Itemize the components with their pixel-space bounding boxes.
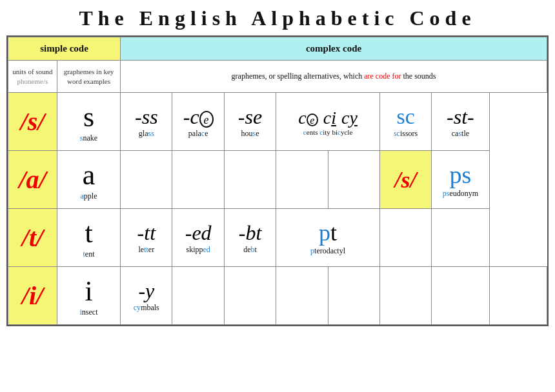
complex-tt: -tt letter xyxy=(121,209,172,267)
i-c4 xyxy=(276,267,328,325)
complex-ed: -ed skipped xyxy=(172,209,224,267)
simple-t: t tent xyxy=(57,209,120,267)
row-i: /i/ i insect -y cymbals xyxy=(8,267,547,325)
t-c6 xyxy=(379,209,431,267)
complex-ss: -ss glass xyxy=(121,93,172,151)
t-c7 xyxy=(432,209,489,267)
i-c3 xyxy=(224,267,276,325)
page-title: The English Alphabetic Code xyxy=(79,6,476,30)
complex-pt: pt pterodactyl xyxy=(276,209,380,267)
complex-bt: -bt debt xyxy=(224,209,276,267)
header-row-1: simple code complex code xyxy=(8,37,547,61)
row-s: /s/ s snake -ss glass xyxy=(8,93,547,151)
phoneme-a: /a/ xyxy=(8,151,57,209)
a-c3 xyxy=(224,151,276,209)
complex-ps: ps pseudonym xyxy=(432,151,489,209)
complex-code-header: complex code xyxy=(121,37,547,61)
a-c1 xyxy=(121,151,172,209)
complex-y: -y cymbals xyxy=(121,267,172,325)
i-c7 xyxy=(432,267,489,325)
a-c2 xyxy=(172,151,224,209)
complex-st: -st- castle xyxy=(432,93,489,151)
simple-i: i insect xyxy=(57,267,120,325)
a-slash-s: /s/ xyxy=(379,151,431,209)
phoneme-i: /i/ xyxy=(8,267,57,325)
i-c2 xyxy=(172,267,224,325)
complex-se: -se house xyxy=(224,93,276,151)
a-c4 xyxy=(276,151,328,209)
row-a: /a/ a apple /s/ xyxy=(8,151,547,209)
phoneme-t: /t/ xyxy=(8,209,57,267)
row-t: /t/ t tent -tt letter xyxy=(8,209,547,267)
i-c5 xyxy=(328,267,379,325)
graphemes-label-cell: graphemes in key word examples xyxy=(57,61,120,93)
phoneme-s: /s/ xyxy=(8,93,57,151)
a-c5 xyxy=(328,151,379,209)
description-cell: graphemes, or spelling alternatives, whi… xyxy=(121,61,547,93)
complex-ce-ci-cy: ce ci cy cents city bicycle xyxy=(276,93,380,151)
complex-sc: sc scissors xyxy=(379,93,431,151)
main-table-wrapper: simple code complex code units of sound … xyxy=(6,35,549,326)
simple-a: a apple xyxy=(57,151,120,209)
simple-s: s snake xyxy=(57,93,120,151)
complex-ce: -ce palace xyxy=(172,93,224,151)
units-of-sound-cell: units of sound phoneme/s xyxy=(8,61,57,93)
i-c8 xyxy=(489,267,547,325)
simple-code-header: simple code xyxy=(8,37,121,61)
subheader-row: units of sound phoneme/s graphemes in ke… xyxy=(8,61,547,93)
i-c6 xyxy=(379,267,431,325)
